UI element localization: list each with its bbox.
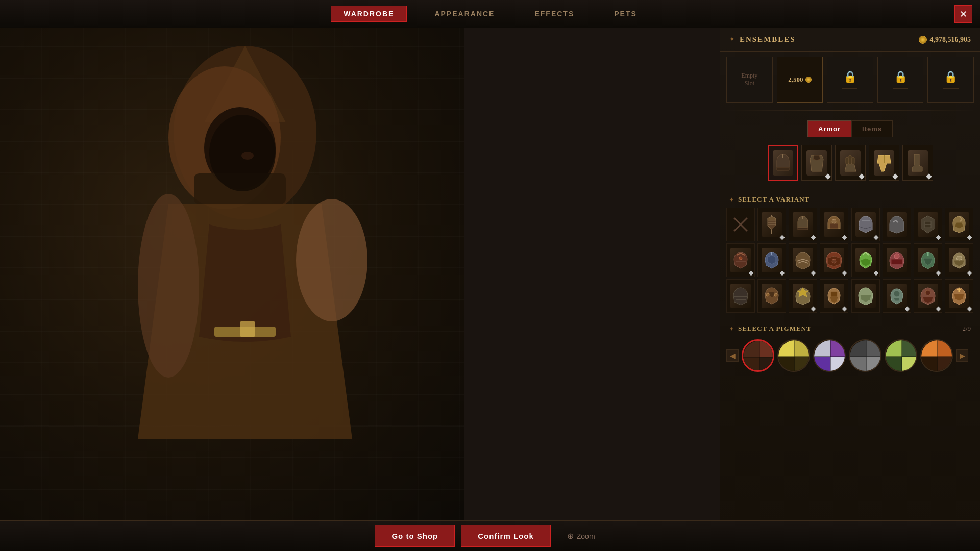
variant-16[interactable] bbox=[945, 243, 973, 277]
gold-coin-icon bbox=[919, 36, 927, 44]
variant-icon-6 bbox=[887, 212, 907, 237]
bottom-bar: Go to Shop Confirm Look ⊕ Zoom bbox=[0, 520, 980, 551]
pigment-count: 2/9 bbox=[962, 324, 971, 333]
armor-piece-helm[interactable] bbox=[768, 145, 798, 181]
svg-point-33 bbox=[774, 293, 777, 296]
pigment-next-arrow[interactable]: ▶ bbox=[956, 349, 968, 362]
variant-section-header: SELECT A VARIANT bbox=[720, 190, 980, 208]
ensemble-slot-locked-2[interactable]: 🔒 bbox=[877, 57, 924, 103]
tab-items[interactable]: Items bbox=[851, 120, 893, 137]
cost-amount: 2,500 bbox=[788, 76, 803, 84]
tab-wardrobe[interactable]: WARDROBE bbox=[331, 6, 407, 22]
variant-2[interactable] bbox=[757, 208, 786, 241]
variant-19[interactable] bbox=[789, 279, 817, 313]
tab-appearance[interactable]: APPEARANCE bbox=[422, 6, 507, 22]
variant-icon-3 bbox=[793, 212, 813, 237]
variant-6[interactable] bbox=[883, 208, 911, 241]
pigment-swatch-2[interactable] bbox=[777, 339, 810, 372]
variant-icon-20 bbox=[824, 284, 844, 308]
variant-badge-9 bbox=[749, 271, 754, 276]
divider-2 bbox=[726, 188, 974, 188]
variant-4[interactable] bbox=[820, 208, 848, 241]
variant-12[interactable] bbox=[820, 243, 848, 277]
variant-24[interactable] bbox=[945, 279, 973, 313]
confirm-look-button[interactable]: Confirm Look bbox=[461, 525, 551, 547]
svg-point-11 bbox=[241, 152, 254, 160]
currency-amount: 4,978,516,905 bbox=[930, 36, 971, 44]
tab-effects[interactable]: EFFECTS bbox=[522, 6, 586, 22]
ensemble-slot-empty[interactable]: EmptySlot bbox=[726, 57, 773, 103]
variant-20[interactable] bbox=[820, 279, 848, 313]
ensemble-slot-locked-3[interactable]: 🔒 bbox=[927, 57, 974, 103]
variant-10[interactable] bbox=[757, 243, 786, 277]
variant-11[interactable] bbox=[789, 243, 817, 277]
variant-badge-20 bbox=[842, 307, 847, 312]
lock-icon-1: 🔒 bbox=[842, 70, 857, 89]
pigment-swatch-1[interactable] bbox=[742, 339, 774, 372]
variant-icon-24 bbox=[949, 284, 969, 308]
ensemble-slot-locked-1[interactable]: 🔒 bbox=[827, 57, 873, 103]
variant-icon-13 bbox=[855, 248, 876, 272]
variant-icon-7 bbox=[918, 212, 938, 237]
variant-badge-12 bbox=[842, 271, 847, 276]
pigment-swatch-6[interactable] bbox=[920, 339, 953, 372]
variant-badge-3 bbox=[811, 235, 816, 240]
variant-18[interactable] bbox=[757, 279, 786, 313]
svg-point-10 bbox=[209, 115, 276, 191]
lock-bar-3 bbox=[943, 88, 959, 89]
variant-15[interactable] bbox=[914, 243, 942, 277]
gloves-icon bbox=[840, 150, 861, 176]
variant-9[interactable] bbox=[726, 243, 755, 277]
chest-icon bbox=[806, 150, 827, 176]
variant-icon-18 bbox=[762, 284, 782, 308]
variant-17[interactable] bbox=[726, 279, 755, 313]
boots-icon bbox=[908, 150, 928, 176]
variant-8[interactable] bbox=[945, 208, 973, 241]
pigment-swatch-5[interactable] bbox=[885, 339, 917, 372]
lock-icon-3: 🔒 bbox=[943, 70, 959, 89]
go-to-shop-button[interactable]: Go to Shop bbox=[375, 525, 455, 547]
pigment-title: SELECT A PIGMENT bbox=[729, 324, 812, 333]
tab-pets[interactable]: PETS bbox=[602, 6, 649, 22]
variant-13[interactable] bbox=[851, 243, 880, 277]
variant-icon-19 bbox=[793, 284, 813, 308]
armor-piece-pants[interactable] bbox=[869, 145, 899, 181]
variant-5[interactable] bbox=[851, 208, 880, 241]
variant-icon-11 bbox=[793, 248, 813, 272]
variant-14[interactable] bbox=[883, 243, 911, 277]
right-panel: ENSEMBLES 4,978,516,905 EmptySlot 2,500 … bbox=[720, 28, 980, 520]
armor-piece-gloves[interactable] bbox=[835, 145, 866, 181]
variant-badge-11 bbox=[811, 271, 816, 276]
pigment-swatch-4[interactable] bbox=[849, 339, 881, 372]
variant-3[interactable] bbox=[789, 208, 817, 241]
tab-armor[interactable]: Armor bbox=[807, 120, 851, 137]
variant-21[interactable] bbox=[851, 279, 880, 313]
pigment-swatch-3[interactable] bbox=[813, 339, 846, 372]
ensembles-title: ENSEMBLES bbox=[729, 35, 796, 44]
divider-3 bbox=[726, 317, 974, 317]
svg-point-32 bbox=[766, 293, 769, 296]
ensemble-slot-cost[interactable]: 2,500 bbox=[777, 57, 823, 103]
variant-23[interactable] bbox=[914, 279, 942, 313]
zoom-label: Zoom bbox=[577, 532, 595, 540]
pigment-prev-arrow[interactable]: ◀ bbox=[726, 349, 739, 362]
close-button[interactable]: ✕ bbox=[954, 5, 972, 23]
svg-point-6 bbox=[138, 194, 199, 378]
variant-icon-15 bbox=[918, 248, 938, 272]
character-preview bbox=[66, 31, 424, 490]
variant-icon-17 bbox=[730, 284, 751, 308]
armor-piece-boots[interactable] bbox=[902, 145, 933, 181]
variant-icon-2 bbox=[762, 212, 782, 237]
variant-icon-23 bbox=[918, 284, 938, 308]
slot-cost-display: 2,500 bbox=[788, 76, 811, 84]
variant-none[interactable] bbox=[726, 208, 755, 241]
svg-rect-15 bbox=[852, 157, 854, 164]
armor-piece-chest[interactable] bbox=[801, 145, 832, 181]
variant-22[interactable] bbox=[883, 279, 911, 313]
cost-coin-icon bbox=[805, 77, 812, 83]
ensemble-slots-row: EmptySlot 2,500 🔒 🔒 🔒 bbox=[720, 52, 980, 108]
svg-point-25 bbox=[739, 257, 742, 260]
zoom-button[interactable]: ⊕ Zoom bbox=[557, 525, 605, 547]
variant-7[interactable] bbox=[914, 208, 942, 241]
variant-icon-16 bbox=[949, 248, 969, 272]
